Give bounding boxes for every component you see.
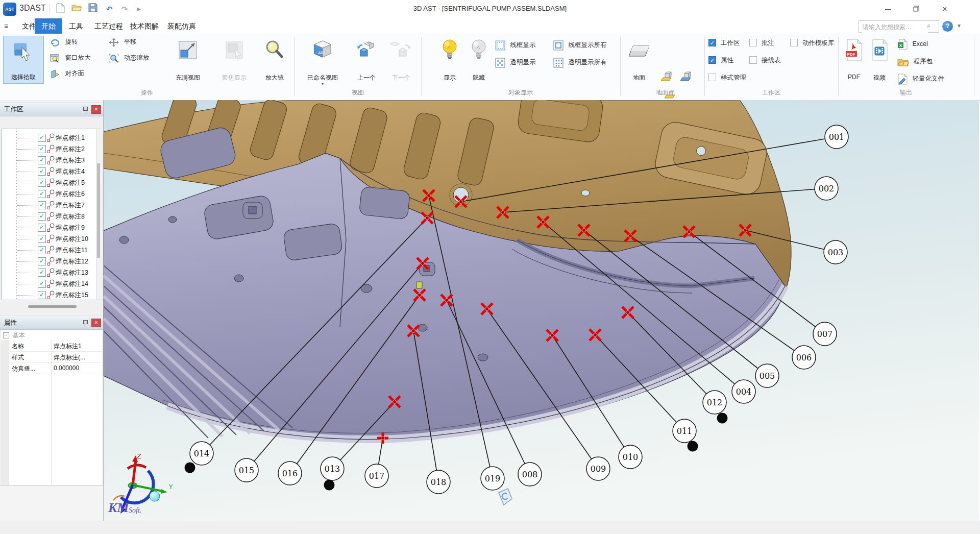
- visibility-checkbox[interactable]: ✓: [38, 190, 46, 198]
- visibility-checkbox[interactable]: ✓: [38, 212, 46, 221]
- balloon-label: 010: [623, 452, 639, 462]
- workspace-checkbox[interactable]: ✓: [708, 39, 716, 46]
- balloon-019[interactable]: 019: [481, 467, 504, 490]
- new-document-icon[interactable]: [53, 3, 67, 15]
- balloon-005[interactable]: 005: [755, 364, 779, 387]
- export-video-button[interactable]: 视频: [868, 36, 891, 85]
- close-button[interactable]: ×: [933, 0, 957, 18]
- save-file-icon[interactable]: [86, 3, 100, 15]
- visibility-checkbox[interactable]: ✓: [38, 156, 46, 164]
- visibility-checkbox[interactable]: ✓: [38, 145, 46, 153]
- magnifier-button[interactable]: 放大镜: [256, 36, 293, 85]
- balloon-016[interactable]: 016: [278, 462, 302, 485]
- pin-icon[interactable]: [82, 319, 89, 326]
- balloon-002[interactable]: 002: [815, 177, 838, 200]
- menu-tab-6[interactable]: 装配仿真: [161, 18, 203, 34]
- balloon-006[interactable]: 006: [792, 346, 816, 369]
- ground-button[interactable]: 地面: [624, 36, 654, 85]
- open-file-icon[interactable]: [69, 3, 84, 15]
- rotate-button[interactable]: 旋转: [50, 36, 78, 48]
- wireframe-all-button[interactable]: 线框显示所有: [553, 39, 606, 51]
- fit-view-button[interactable]: 充满视图: [169, 36, 207, 85]
- visibility-checkbox[interactable]: ✓: [38, 134, 46, 142]
- pan-button[interactable]: 平移: [109, 36, 136, 48]
- panel-splitter-grip[interactable]: [28, 305, 77, 308]
- balloon-007[interactable]: 007: [813, 322, 837, 346]
- balloon-011[interactable]: 011: [673, 419, 696, 443]
- property-row-3[interactable]: 仿真播...0.000000: [9, 362, 102, 374]
- balloon-003[interactable]: 003: [824, 240, 847, 264]
- balloon-010[interactable]: 010: [619, 445, 642, 469]
- hamburger-menu-icon[interactable]: ≡: [4, 22, 8, 30]
- select-pick-button[interactable]: 选择拾取: [3, 36, 44, 84]
- ground-plane-icon: [626, 42, 652, 62]
- properties-checkbox[interactable]: ✓: [708, 56, 716, 64]
- export-excel-button[interactable]: X Excel: [897, 38, 928, 50]
- balloon-015[interactable]: 015: [235, 458, 258, 482]
- annotation-checkbox[interactable]: [749, 39, 757, 46]
- balloon-label: 014: [194, 449, 210, 458]
- visibility-checkbox[interactable]: ✓: [38, 201, 46, 209]
- action-template-checkbox[interactable]: [790, 39, 798, 46]
- undo-icon[interactable]: ↶: [102, 3, 116, 15]
- balloon-001[interactable]: 001: [825, 125, 848, 149]
- ground-style-2-button[interactable]: [680, 70, 693, 84]
- search-input[interactable]: [862, 21, 928, 33]
- pin-icon[interactable]: [82, 106, 89, 113]
- property-row-1[interactable]: 名称焊点标注1: [9, 340, 102, 352]
- balloon-017[interactable]: 017: [365, 464, 388, 488]
- visibility-checkbox[interactable]: ✓: [38, 269, 46, 277]
- export-package-button[interactable]: EXE 程序包: [897, 55, 933, 67]
- balloon-009[interactable]: 009: [586, 457, 610, 480]
- properties-panel-close-icon[interactable]: ✕: [91, 319, 101, 327]
- style-manage-checkbox[interactable]: [708, 74, 716, 81]
- maximize-button[interactable]: [904, 0, 928, 18]
- visibility-checkbox[interactable]: ✓: [38, 167, 46, 176]
- workspace-panel-close-icon[interactable]: ✕: [91, 105, 101, 114]
- tree-item-label: 焊点标注8: [56, 212, 85, 221]
- dynamic-zoom-button[interactable]: 动态缩放: [109, 52, 149, 64]
- group-divider: [704, 37, 705, 96]
- minimize-button[interactable]: [876, 0, 899, 18]
- balloon-018[interactable]: 018: [427, 470, 450, 494]
- align-face-button[interactable]: 对齐面: [50, 67, 84, 80]
- menu-tab-3[interactable]: 工具: [62, 18, 90, 34]
- visibility-checkbox[interactable]: ✓: [38, 280, 46, 288]
- tree-item-label: 焊点标注7: [56, 201, 85, 210]
- ground-style-1-button[interactable]: [661, 70, 673, 84]
- balloon-004[interactable]: 004: [732, 380, 755, 403]
- transparent-all-button[interactable]: 透明显示所有: [553, 56, 606, 68]
- visibility-checkbox[interactable]: ✓: [38, 235, 46, 243]
- named-views-button[interactable]: AB 已命名视图 ▼: [304, 36, 341, 85]
- properties-group-row[interactable]: − 基本: [1, 330, 102, 340]
- visibility-checkbox[interactable]: ✓: [38, 257, 46, 265]
- balloon-014[interactable]: 014: [190, 442, 213, 465]
- quick-access-more-icon[interactable]: ▶: [132, 3, 146, 15]
- transparent-display-button[interactable]: 透明显示: [495, 56, 535, 68]
- collapse-icon[interactable]: −: [3, 332, 9, 338]
- tree-item-label: 焊点标注3: [56, 156, 85, 165]
- viewport-3d[interactable]: 0010020030040050060070080090100110120130…: [104, 100, 980, 521]
- ground-style-3-button[interactable]: [665, 88, 677, 101]
- menu-tab-2[interactable]: 开始: [35, 18, 62, 34]
- visibility-checkbox[interactable]: ✓: [38, 291, 46, 299]
- help-caret-icon[interactable]: ▼: [957, 23, 962, 29]
- named-views-dropdown-icon[interactable]: ▼: [321, 82, 325, 86]
- hide-button[interactable]: 隐藏: [460, 36, 498, 85]
- window-zoom-button[interactable]: 窗口放大: [50, 52, 90, 64]
- menu-tab-5[interactable]: 技术图解: [124, 18, 165, 34]
- visibility-checkbox[interactable]: ✓: [38, 179, 46, 187]
- redo-icon[interactable]: ↷: [117, 3, 132, 15]
- search-icon[interactable]: ⌕: [927, 21, 930, 30]
- property-row-2[interactable]: 样式焊点标注(...: [9, 351, 102, 363]
- visibility-checkbox[interactable]: ✓: [38, 246, 46, 254]
- visibility-checkbox[interactable]: ✓: [38, 224, 46, 232]
- balloon-008[interactable]: 008: [518, 463, 542, 486]
- export-lightweight-button[interactable]: 轻量化文件: [897, 72, 944, 85]
- tree-scrollbar-thumb[interactable]: [97, 163, 100, 258]
- wiring-table-checkbox[interactable]: [749, 56, 757, 64]
- balloon-013[interactable]: 013: [321, 457, 344, 480]
- balloon-012[interactable]: 012: [703, 391, 726, 414]
- wireframe-display-button[interactable]: 线框显示: [495, 39, 535, 51]
- help-button[interactable]: ?: [942, 21, 953, 32]
